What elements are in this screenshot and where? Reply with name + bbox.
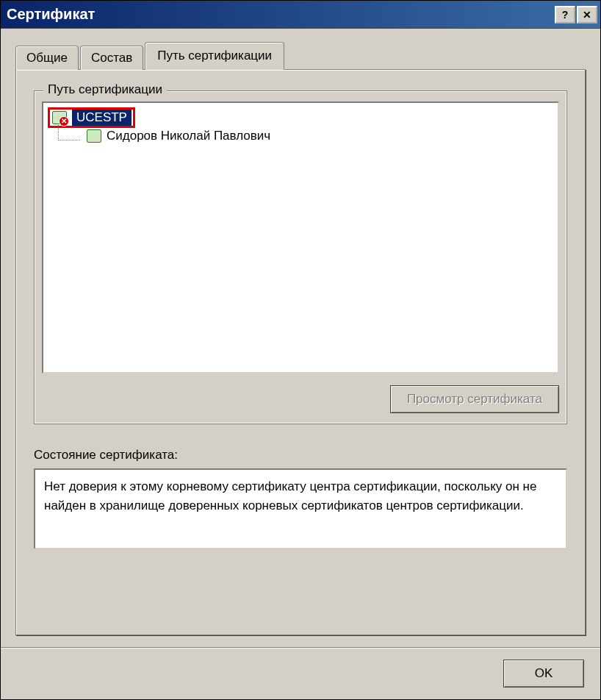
cert-tree-child-row: Сидоров Николай Павлович: [58, 128, 558, 144]
close-button[interactable]: ✕: [577, 6, 597, 24]
view-certificate-button[interactable]: Просмотр сертификата: [390, 385, 559, 413]
help-button[interactable]: ?: [555, 6, 575, 24]
tab-details[interactable]: Состав: [80, 46, 143, 70]
tab-cert-path[interactable]: Путь сертификации: [145, 42, 284, 70]
tab-content-path: Путь сертификации ✕ UCESTP: [15, 69, 586, 635]
client-area: Общие Состав Путь сертификации Путь серт…: [1, 29, 600, 647]
tab-strip: Общие Состав Путь сертификации: [15, 42, 586, 69]
cert-child-label: Сидоров Николай Павлович: [107, 129, 270, 143]
ok-button[interactable]: OK: [503, 660, 584, 688]
cert-root-label: UCESTP: [72, 110, 132, 126]
view-cert-button-row: Просмотр сертификата: [42, 385, 559, 413]
cert-tree-child-item[interactable]: Сидоров Николай Павлович: [83, 128, 273, 144]
cert-status-text: Нет доверия к этому корневому сертификат…: [34, 468, 567, 549]
dialog-footer: OK: [1, 647, 600, 699]
cert-path-groupbox: Путь сертификации ✕ UCESTP: [34, 90, 567, 424]
cert-path-legend: Путь сертификации: [43, 82, 167, 97]
titlebar: Сертификат ? ✕: [1, 1, 600, 29]
cert-status-label: Состояние сертификата:: [34, 448, 567, 463]
cert-tree-root-item[interactable]: ✕ UCESTP: [48, 107, 135, 128]
cert-path-tree[interactable]: ✕ UCESTP Сидоров Николай Павлович: [42, 101, 559, 374]
certificate-icon: [86, 129, 102, 143]
certificate-error-icon: ✕: [51, 110, 68, 125]
titlebar-buttons: ? ✕: [555, 6, 597, 24]
window-title: Сертификат: [7, 6, 95, 23]
tab-general[interactable]: Общие: [15, 46, 79, 70]
certificate-dialog: Сертификат ? ✕ Общие Состав Путь сертифи…: [0, 0, 601, 700]
